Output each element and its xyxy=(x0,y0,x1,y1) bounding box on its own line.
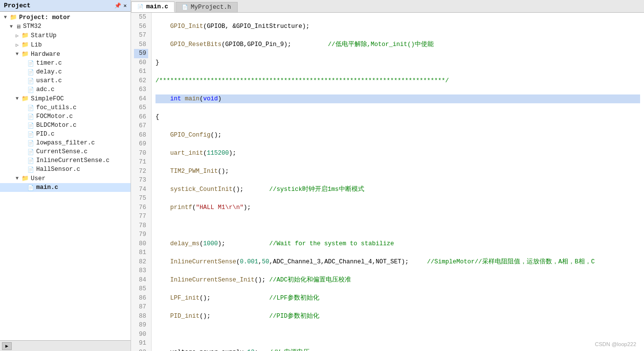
tab-myproject-h[interactable]: 📄 MyProject.h xyxy=(176,2,238,12)
expand-icon: ▼ xyxy=(4,15,9,20)
tree-lowpass-c[interactable]: 📄 lowpass_filter.c xyxy=(0,139,131,147)
line-78: 78 xyxy=(134,221,148,231)
folder-icon: 📁 xyxy=(22,50,29,58)
editor-area: 📄 main.c 📄 MyProject.h 55 56 57 58 59 60… xyxy=(131,0,644,351)
code-line-60: { xyxy=(155,113,640,122)
line-84: 84 xyxy=(134,276,148,285)
tree-timer-c[interactable]: 📄 timer.c xyxy=(0,59,131,68)
folder-icon: 📁 xyxy=(10,14,17,21)
tree-stm32[interactable]: ▼ 🖥 STM32 xyxy=(0,22,131,31)
user-label: User xyxy=(31,175,45,182)
tree-hallsensor-c[interactable]: 📄 HallSensor.c xyxy=(0,165,131,174)
tab-myproject-h-label: MyProject.h xyxy=(191,4,231,11)
tab-main-c[interactable]: 📄 main.c xyxy=(131,1,175,12)
expand-icon: ▼ xyxy=(16,96,21,101)
tree-lib[interactable]: ▷ 📁 Lib xyxy=(0,40,131,49)
file-icon: 📄 xyxy=(27,114,34,120)
tree-focmotor-c[interactable]: 📄 FOCMotor.c xyxy=(0,112,131,121)
file-icon: 📄 xyxy=(27,105,34,111)
code-line-69: InlineCurrentSense_Init(); //ADC初始化和偏置电压… xyxy=(155,276,640,285)
project-name-label: Project: motor xyxy=(19,14,70,21)
file-icon: 📄 xyxy=(27,87,34,93)
simplefoc-label: SimpleFOC xyxy=(31,95,64,102)
line-71: 71 xyxy=(134,158,148,167)
line-89: 89 xyxy=(134,321,148,330)
close-icon[interactable]: ✕ xyxy=(123,2,127,9)
line-74: 74 xyxy=(134,185,148,194)
file-icon: 📄 xyxy=(27,122,34,129)
sidebar-title-bar: Project 📌 ✕ xyxy=(0,0,131,12)
folder-icon: 📁 xyxy=(22,175,29,182)
line-90: 90 xyxy=(134,330,148,339)
line-67: 67 xyxy=(134,121,148,131)
tree-user[interactable]: ▼ 📁 User xyxy=(0,174,131,183)
line-82: 82 xyxy=(134,257,148,267)
currentsense-label: CurrentSense.c xyxy=(36,148,88,155)
file-icon: 📄 xyxy=(27,131,34,138)
code-line-67: delay_ms(1000); //Wait for the system to… xyxy=(155,239,640,249)
tab-bar: 📄 main.c 📄 MyProject.h xyxy=(131,0,644,13)
tree-main-c-user[interactable]: 📄 main.c xyxy=(0,183,131,192)
folder-icon: 📁 xyxy=(22,32,29,39)
folder-icon: 📁 xyxy=(22,41,29,48)
tree-foc-utils-c[interactable]: 📄 foc_utils.c xyxy=(0,103,131,112)
tree-project-root[interactable]: ▼ 📁 Project: motor xyxy=(0,13,131,22)
tab-myproject-h-icon: 📄 xyxy=(182,4,188,10)
code-line-63: TIM2_PWM_Init(); xyxy=(155,167,640,176)
file-icon: 📄 xyxy=(27,166,34,173)
code-line-56: GPIO_ResetBits(GPIOB,GPIO_Pin_9); //低电平解… xyxy=(155,40,640,49)
code-line-65: printf("HALL M1\r\n"); xyxy=(155,203,640,212)
tree-usart-c[interactable]: 📄 usart.c xyxy=(0,76,131,85)
line-81: 81 xyxy=(134,248,148,257)
tree-bldcmotor-c[interactable]: 📄 BLDCMotor.c xyxy=(0,121,131,130)
line-59: 59 xyxy=(134,49,148,58)
line-62: 62 xyxy=(134,76,148,86)
pin-icon[interactable]: 📌 xyxy=(114,2,121,9)
line-87: 87 xyxy=(134,303,148,312)
lowpass-label: lowpass_filter.c xyxy=(36,140,95,146)
code-line-55: GPIO_Init(GPIOB, &GPIO_InitStructure); xyxy=(155,22,640,31)
line-86: 86 xyxy=(134,294,148,303)
tree-simplefoc[interactable]: ▼ 📁 SimpleFOC xyxy=(0,94,131,103)
line-58: 58 xyxy=(134,40,148,49)
tree-currentsense-c[interactable]: 📄 CurrentSense.c xyxy=(0,147,131,156)
file-icon: 📄 xyxy=(27,78,34,84)
tree-startup[interactable]: ▷ 📁 StartUp xyxy=(0,31,131,40)
expand-icon: ▷ xyxy=(16,33,21,39)
file-icon: 📄 xyxy=(27,149,34,155)
tab-main-c-label: main.c xyxy=(146,3,168,10)
file-icon: 📄 xyxy=(27,158,34,164)
sidebar-title-label: Project xyxy=(4,2,31,9)
line-91: 91 xyxy=(134,339,148,348)
line-92: 92 xyxy=(134,348,148,351)
line-61: 61 xyxy=(134,67,148,76)
tree-adc-c[interactable]: 📄 adc.c xyxy=(0,85,131,94)
hardware-label: Hardware xyxy=(31,51,60,58)
line-55: 55 xyxy=(134,13,148,22)
line-64: 64 xyxy=(134,94,148,104)
sidebar-scroll-button[interactable]: ▶ xyxy=(2,342,12,350)
tree-inlinecurrent-c[interactable]: 📄 InlineCurrentSense.c xyxy=(0,156,131,165)
tree-delay-c[interactable]: 📄 delay.c xyxy=(0,68,131,76)
focmotor-label: FOCMotor.c xyxy=(36,113,73,120)
tree-pid-c[interactable]: 📄 PID.c xyxy=(0,130,131,139)
line-numbers: 55 56 57 58 59 60 61 62 63 64 65 66 67 6… xyxy=(131,13,152,351)
project-tree: ▼ 📁 Project: motor ▼ 🖥 STM32 ▷ 📁 StartUp xyxy=(0,12,131,340)
expand-icon: ▼ xyxy=(16,176,21,181)
line-68: 68 xyxy=(134,131,148,140)
bldcmotor-label: BLDCMotor.c xyxy=(36,122,77,129)
expand-icon: ▼ xyxy=(10,24,15,29)
code-container[interactable]: 55 56 57 58 59 60 61 62 63 64 65 66 67 6… xyxy=(131,13,644,351)
line-80: 80 xyxy=(134,239,148,249)
line-66: 66 xyxy=(134,113,148,122)
foc-utils-label: foc_utils.c xyxy=(36,104,77,111)
sidebar-bottom-bar: ▶ xyxy=(0,340,131,351)
code-line-61: GPIO_Config(); xyxy=(155,131,640,140)
line-76: 76 xyxy=(134,203,148,212)
line-57: 57 xyxy=(134,31,148,40)
startup-label: StartUp xyxy=(31,32,57,39)
tree-hardware[interactable]: ▼ 📁 Hardware xyxy=(0,49,131,59)
file-icon: 📄 xyxy=(27,60,34,67)
line-85: 85 xyxy=(134,284,148,294)
code-content: GPIO_Init(GPIOB, &GPIO_InitStructure); G… xyxy=(152,13,644,351)
